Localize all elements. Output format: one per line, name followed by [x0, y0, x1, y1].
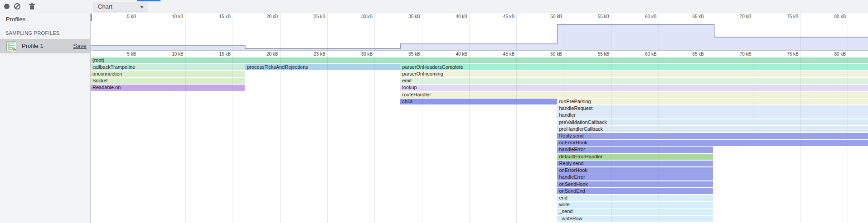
- flame-bar-onSendHook[interactable]: onSendHook: [557, 181, 713, 188]
- view-mode-dropdown-value: Chart: [98, 2, 112, 11]
- gridline: [659, 13, 659, 223]
- delete-profile-icon[interactable]: [29, 3, 35, 10]
- ruler-tick-label: 15 kB: [204, 52, 231, 57]
- ruler-tick-label: 60 kB: [630, 52, 657, 57]
- flame-bar-end[interactable]: end: [557, 195, 713, 201]
- ruler-tick-label: 80 kB: [819, 14, 846, 19]
- ruler-tick-label: 20 kB: [251, 52, 278, 57]
- flame-bar-onSendEnd[interactable]: onSendEnd: [557, 188, 713, 195]
- vertical-scrollbar-thumb[interactable]: [91, 14, 92, 21]
- ruler-tick-label: 45 kB: [487, 52, 514, 57]
- ruler-tick-label: 5 kB: [109, 52, 136, 57]
- flame-bar-Readable.on[interactable]: Readable.on: [91, 85, 245, 91]
- ruler-tick-label: 60 kB: [630, 14, 657, 19]
- ruler-tick-label: 55 kB: [582, 14, 609, 19]
- gridline: [753, 13, 753, 223]
- profiles-panel-title: Profiles: [6, 16, 25, 23]
- ruler-tick-label: 25 kB: [298, 14, 325, 19]
- ruler-tick-label: 30 kB: [345, 52, 373, 57]
- gridline: [611, 13, 611, 223]
- sampling-profiles-section-title: SAMPLING PROFILES: [5, 30, 59, 36]
- record-icon[interactable]: [4, 4, 10, 9]
- flame-bar-_writeRaw[interactable]: _writeRaw: [557, 216, 713, 222]
- ruler-tick-label: 10 kB: [156, 14, 184, 19]
- flame-bar-preHandlerCallback[interactable]: preHandlerCallback: [557, 126, 868, 133]
- ruler-tick-label: 80 kB: [819, 52, 846, 57]
- ruler-tick-label: 45 kB: [487, 14, 514, 19]
- flame-bar-handler[interactable]: handler: [557, 112, 868, 119]
- flame-bar-write_[interactable]: write_: [557, 202, 713, 208]
- profile-chart-icon: %: [6, 41, 16, 51]
- flame-bar-handleRequest[interactable]: handleRequest: [557, 105, 868, 112]
- ruler-tick-label: 35 kB: [393, 14, 420, 19]
- gridline: [374, 13, 375, 223]
- allocation-overview-chart[interactable]: [91, 19, 868, 50]
- trash-handle: [31, 3, 33, 4]
- flame-bar-Reply.send[interactable]: Reply.send: [557, 133, 868, 139]
- ruler-tick-label: 5 kB: [109, 14, 136, 19]
- flame-bar-preValidationCallback[interactable]: preValidationCallback: [557, 119, 868, 126]
- ruler-tick-label: 70 kB: [724, 52, 751, 57]
- ruler-tick-label: 65 kB: [677, 52, 704, 57]
- gridline: [280, 13, 281, 223]
- flame-bar-defaultErrorHandler[interactable]: defaultErrorHandler: [557, 154, 713, 160]
- gridline: [138, 13, 138, 223]
- trash-bin: [30, 5, 34, 9]
- ruler-tick-label: 55 kB: [582, 52, 609, 57]
- flame-bar-runPreParsing[interactable]: runPreParsing: [557, 99, 868, 105]
- ruler-tick-label: 40 kB: [440, 14, 467, 19]
- flame-bar-onconnection[interactable]: onconnection: [91, 71, 245, 77]
- trash-lid: [29, 4, 35, 5]
- ruler-tick-label: 75 kB: [771, 52, 799, 57]
- save-profile-link[interactable]: Save: [73, 39, 87, 53]
- ruler-tick-label: 10 kB: [156, 52, 184, 57]
- gridline: [706, 13, 706, 223]
- profile-name: Profile 1: [22, 39, 44, 53]
- flame-bar-callbackTrampoline[interactable]: callbackTrampoline: [91, 64, 245, 71]
- flame-bar-Socket[interactable]: Socket: [91, 78, 245, 84]
- flame-bar-onErrorHook[interactable]: onErrorHook: [557, 140, 868, 146]
- gridline: [848, 13, 848, 223]
- overview-bottom-border: [91, 50, 868, 51]
- gridline: [800, 13, 801, 223]
- chevron-down-icon: [140, 6, 144, 9]
- profile-icon-percent: %: [12, 47, 16, 52]
- ruler-tick-label: 70 kB: [724, 14, 751, 19]
- gridline: [185, 13, 186, 223]
- view-mode-dropdown[interactable]: Chart: [93, 2, 148, 12]
- flame-bar-lookup[interactable]: lookup: [400, 85, 868, 91]
- gridline: [327, 13, 328, 223]
- ruler-tick-label: 50 kB: [535, 52, 562, 57]
- ruler-tick-label: 65 kB: [677, 14, 704, 19]
- profiles-sidebar: Profiles SAMPLING PROFILES % Profile 1 S…: [0, 13, 91, 223]
- ruler-tick-label: 20 kB: [251, 14, 278, 19]
- toolbar: Chart: [0, 0, 868, 13]
- gridline: [516, 13, 517, 223]
- ruler-tick-label: 30 kB: [345, 14, 373, 19]
- flame-bar-_send[interactable]: _send: [557, 209, 713, 215]
- flame-bar-onErrorHook[interactable]: onErrorHook: [557, 167, 713, 174]
- flame-bar-parserOnIncoming[interactable]: parserOnIncoming: [400, 71, 868, 77]
- ruler-tick-label: 50 kB: [535, 14, 562, 19]
- flame-bar-parserOnHeadersComplete[interactable]: parserOnHeadersComplete: [400, 64, 868, 71]
- gridline: [469, 13, 470, 223]
- clear-all-icon[interactable]: [14, 3, 20, 9]
- flame-bar-emit[interactable]: emit: [400, 78, 868, 84]
- ruler-tick-label: 25 kB: [298, 52, 325, 57]
- ruler-tick-label: 40 kB: [440, 52, 467, 57]
- profile-list-item[interactable]: % Profile 1 Save: [0, 39, 90, 53]
- flame-bar-Reply.send[interactable]: Reply.send: [557, 161, 713, 167]
- flame-bar-processTicksAndRejections[interactable]: processTicksAndRejections: [245, 64, 400, 71]
- gridline: [564, 13, 564, 223]
- ruler-tick-label: 75 kB: [771, 14, 799, 19]
- flame-bar-handleError[interactable]: handleError: [557, 147, 713, 153]
- gridline: [422, 13, 422, 223]
- flame-bar-handleError[interactable]: handleError: [557, 174, 713, 180]
- flame-bar-routeHandler[interactable]: routeHandler: [400, 92, 868, 98]
- ruler-tick-label: 35 kB: [393, 52, 420, 57]
- ruler-tick-label: 15 kB: [204, 14, 231, 19]
- flame-bar-root[interactable]: (root): [91, 57, 868, 64]
- gridline: [233, 13, 233, 223]
- flame-bar-child[interactable]: child: [400, 99, 557, 105]
- toolbar-separator: [25, 2, 25, 10]
